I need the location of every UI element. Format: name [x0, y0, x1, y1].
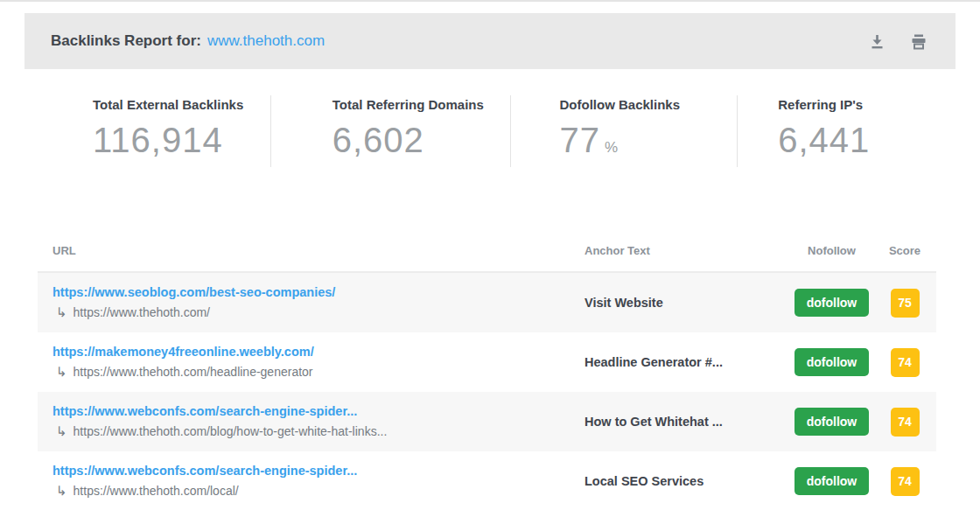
anchor-text: Local SEO Services: [584, 474, 790, 488]
backlinks-table: URL Anchor Text Nofollow Score https://w…: [38, 244, 936, 510]
report-header: Backlinks Report for: www.thehoth.com: [24, 13, 956, 69]
stat-value: 116,914: [93, 121, 223, 159]
report-domain-link[interactable]: www.thehoth.com: [207, 32, 325, 50]
score-badge: 74: [891, 467, 920, 496]
top-border: [0, 0, 980, 2]
redirect-arrow-icon: [56, 483, 67, 499]
stat-value: 6,602: [332, 121, 424, 159]
anchor-text: Visit Website: [584, 296, 790, 310]
backlink-url[interactable]: https://www.seoblog.com/best-seo-compani…: [52, 285, 584, 299]
stat-value: 6,441: [778, 121, 870, 159]
header-actions: [867, 31, 929, 52]
column-header-nofollow: Nofollow: [790, 244, 873, 257]
target-url: https://www.thehoth.com/blog/how-to-get-…: [74, 424, 388, 438]
dofollow-badge: dofollow: [794, 348, 870, 376]
anchor-text: How to Get Whitehat ...: [584, 415, 790, 429]
column-header-anchor-text: Anchor Text: [584, 244, 790, 257]
column-header-score: Score: [873, 244, 936, 257]
column-header-url: URL: [38, 244, 584, 257]
stat-total-referring-domains: Total Referring Domains 6,602: [270, 95, 510, 167]
backlink-url[interactable]: https://makemoney4freeonline.weebly.com/: [52, 345, 584, 359]
page-title: Backlinks Report for:: [51, 32, 201, 50]
score-badge: 75: [891, 289, 920, 318]
redirect-arrow-icon: [56, 364, 67, 380]
score-badge: 74: [891, 408, 920, 437]
print-icon[interactable]: [908, 31, 929, 52]
score-badge: 74: [891, 348, 920, 377]
stat-value: 77: [560, 121, 601, 159]
target-url: https://www.thehoth.com/headline-generat…: [74, 365, 313, 379]
dofollow-badge: dofollow: [794, 408, 870, 436]
target-url: https://www.thehoth.com/: [74, 305, 210, 319]
target-url: https://www.thehoth.com/local/: [74, 484, 239, 498]
stat-label: Referring IP's: [778, 97, 956, 112]
table-row: https://makemoney4freeonline.weebly.com/…: [38, 332, 936, 392]
download-icon[interactable]: [867, 31, 887, 52]
dofollow-badge: dofollow: [794, 289, 870, 317]
stat-label: Dofollow Backlinks: [560, 97, 738, 112]
redirect-arrow-icon: [56, 304, 67, 320]
table-row: https://www.webconfs.com/search-engine-s…: [38, 392, 936, 451]
stat-total-external-backlinks: Total External Backlinks 116,914: [24, 95, 270, 167]
backlink-url[interactable]: https://www.webconfs.com/search-engine-s…: [52, 464, 584, 478]
backlink-url[interactable]: https://www.webconfs.com/search-engine-s…: [52, 404, 584, 418]
table-header-row: URL Anchor Text Nofollow Score: [38, 244, 936, 273]
dofollow-badge: dofollow: [794, 467, 870, 495]
stat-dofollow-backlinks: Dofollow Backlinks 77%: [510, 95, 738, 167]
table-row: https://www.seoblog.com/best-seo-compani…: [38, 273, 936, 332]
redirect-arrow-icon: [56, 423, 67, 439]
percent-suffix: %: [605, 139, 618, 156]
stats-summary: Total External Backlinks 116,914 Total R…: [24, 95, 956, 167]
table-row: https://www.webconfs.com/search-engine-s…: [38, 451, 936, 510]
anchor-text: Headline Generator #...: [584, 355, 790, 369]
stat-label: Total Referring Domains: [332, 97, 510, 112]
stat-label: Total External Backlinks: [93, 97, 270, 112]
stat-referring-ips: Referring IP's 6,441: [737, 95, 956, 167]
